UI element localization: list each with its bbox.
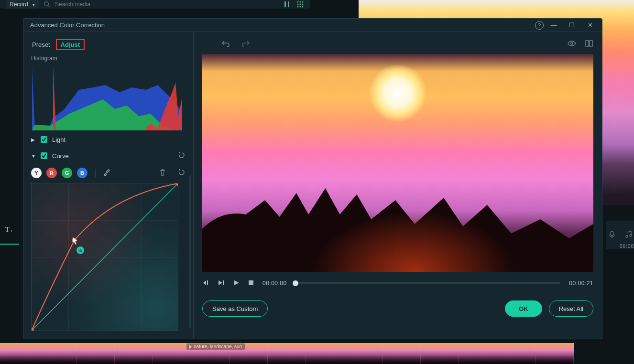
ok-button[interactable]: OK — [505, 300, 542, 317]
trash-icon[interactable] — [159, 169, 166, 178]
step-back-icon[interactable] — [202, 279, 209, 288]
reset-curve-icon[interactable] — [178, 151, 186, 161]
histogram-display — [31, 64, 182, 130]
tab-preset[interactable]: Preset — [31, 39, 51, 50]
channel-luma-button[interactable]: Y — [31, 168, 42, 178]
svg-rect-2 — [284, 1, 286, 7]
record-label: Record — [10, 1, 28, 8]
clip-thumb[interactable] — [536, 343, 574, 364]
svg-line-18 — [32, 183, 178, 331]
svg-point-12 — [302, 6, 304, 8]
dialog-header: Advanced Color Correction ? ― ☐ ✕ — [23, 19, 602, 32]
svg-point-4 — [297, 1, 299, 3]
svg-point-17 — [630, 235, 632, 236]
grid-icon[interactable] — [296, 0, 304, 8]
reset-channel-icon[interactable] — [178, 169, 186, 178]
eyedropper-icon[interactable] — [103, 169, 111, 177]
clip-thumb[interactable] — [153, 343, 191, 364]
histogram-label: Histogram — [31, 55, 186, 62]
undo-icon[interactable] — [221, 39, 230, 49]
svg-rect-3 — [288, 1, 289, 7]
light-label: Light — [52, 136, 66, 143]
channel-blue-button[interactable]: B — [77, 168, 87, 178]
svg-point-7 — [297, 4, 299, 5]
clip-thumb[interactable] — [459, 343, 497, 364]
redo-icon[interactable] — [241, 39, 250, 49]
scrub-knob[interactable] — [293, 280, 298, 286]
compare-icon[interactable] — [585, 39, 593, 49]
play-icon[interactable] — [233, 279, 240, 288]
curve-handle-indicator[interactable]: ıllı — [77, 246, 84, 254]
play-next-icon[interactable] — [218, 279, 224, 288]
time-current: 00:00:00 — [262, 280, 287, 287]
search-input[interactable] — [55, 1, 141, 8]
channel-selector: Y R G B — [31, 168, 186, 178]
dialog-footer: Save as Custom OK Reset All — [202, 300, 593, 317]
video-preview[interactable] — [202, 54, 593, 272]
svg-point-0 — [44, 2, 49, 6]
close-icon[interactable]: ✕ — [585, 21, 595, 29]
mic-icon[interactable] — [608, 231, 616, 240]
clip-thumb[interactable] — [497, 343, 536, 364]
svg-rect-24 — [590, 41, 592, 46]
light-checkbox[interactable] — [41, 136, 47, 143]
red-glow — [312, 211, 515, 272]
sun-icon — [369, 64, 426, 122]
svg-point-9 — [302, 4, 304, 5]
curve-section-row[interactable]: ▼ Curve — [31, 149, 186, 163]
panel-scrollbar[interactable] — [189, 175, 191, 328]
clip-thumb[interactable] — [383, 343, 421, 364]
svg-rect-25 — [249, 280, 253, 285]
scrubber[interactable] — [295, 282, 561, 284]
clip-thumb[interactable] — [306, 343, 344, 364]
clip-thumb[interactable] — [38, 343, 77, 364]
play-triangle-icon — [189, 345, 192, 349]
text-tool-icon[interactable]: T+ — [0, 220, 19, 239]
save-custom-button[interactable]: Save as Custom — [202, 300, 268, 317]
timeline-track[interactable] — [0, 343, 574, 364]
svg-rect-23 — [586, 41, 589, 46]
svg-point-8 — [300, 4, 301, 5]
clip-thumb[interactable] — [344, 343, 383, 364]
clip-thumb[interactable] — [268, 343, 306, 364]
svg-point-11 — [300, 6, 301, 8]
reset-all-button[interactable]: Reset All — [549, 300, 593, 317]
adjust-panel: Preset Adjust Histogram ▶ Light ▼ Curve — [23, 32, 194, 339]
channel-green-button[interactable]: G — [62, 168, 72, 178]
record-dropdown[interactable]: Record ▾ — [6, 0, 39, 9]
curve-editor[interactable]: ıllı — [31, 183, 178, 331]
playback-bar: 00:00:00 00:00:21 — [202, 274, 593, 293]
clip-name: nature, landscape, sun — [194, 344, 242, 349]
minimize-icon[interactable]: ― — [548, 21, 559, 29]
clip-thumb[interactable] — [115, 343, 153, 364]
chevron-down-icon: ▼ — [31, 153, 36, 159]
clip-label[interactable]: nature, landscape, sun — [186, 343, 245, 350]
clip-thumb[interactable] — [77, 343, 115, 364]
tab-adjust[interactable]: Adjust — [56, 39, 85, 50]
curve-graph — [32, 183, 178, 331]
preview-panel: 00:00:00 00:00:21 Save as Custom OK Rese… — [194, 32, 602, 339]
clip-thumb[interactable] — [0, 343, 38, 364]
svg-point-10 — [297, 6, 299, 8]
curve-label: Curve — [52, 152, 69, 160]
channel-red-button[interactable]: R — [46, 168, 57, 178]
help-icon[interactable]: ? — [535, 21, 544, 30]
timeline-marker — [0, 244, 19, 245]
music-icon[interactable] — [624, 231, 632, 240]
svg-line-1 — [48, 6, 50, 8]
clip-thumb[interactable] — [421, 343, 459, 364]
chevron-right-icon: ▶ — [31, 137, 36, 142]
svg-point-20 — [72, 238, 77, 243]
maximize-icon[interactable]: ☐ — [567, 21, 577, 29]
svg-point-22 — [571, 43, 573, 44]
eye-icon[interactable] — [568, 39, 576, 49]
stop-icon[interactable] — [248, 280, 254, 287]
color-correction-dialog: Advanced Color Correction ? ― ☐ ✕ Preset… — [23, 18, 602, 339]
dialog-title: Advanced Color Correction — [30, 21, 535, 29]
svg-rect-15 — [611, 231, 613, 236]
pause-icon[interactable] — [283, 0, 291, 8]
curve-checkbox[interactable] — [41, 152, 47, 159]
search-icon — [44, 1, 50, 8]
timeline-right-timecode: 00:00 — [620, 244, 634, 249]
light-section-row[interactable]: ▶ Light — [31, 132, 186, 147]
